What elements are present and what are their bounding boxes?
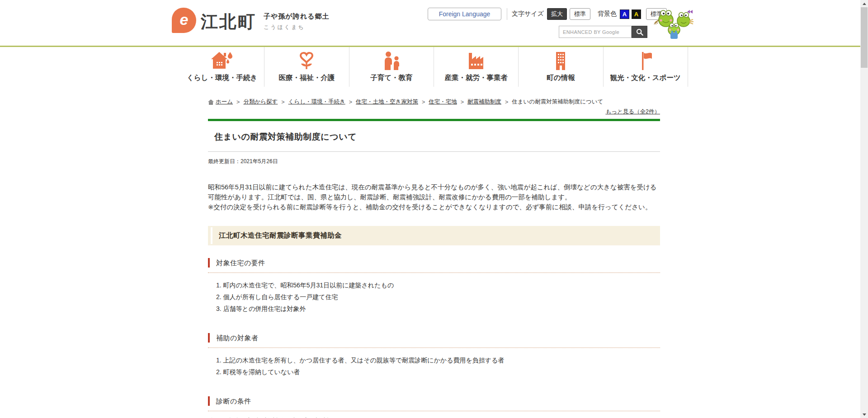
breadcrumb-home-link[interactable]: ホーム [208,98,233,106]
article: 住まいの耐震対策補助制度について 最終更新日：2021年5月26日 昭和56年5… [208,119,660,418]
section-heading-box: 江北町木造住宅耐震診断事業費補助金 [208,226,660,245]
factory-icon [465,51,487,70]
nav-item-kanko[interactable]: 観光・文化・スポーツ [603,47,688,87]
subsection-heading: 診断の条件 [208,396,660,406]
breadcrumb-separator: > [422,99,425,105]
home-icon [208,99,214,105]
nav-item-kosodate[interactable]: 子育て・教育 [349,47,434,87]
subsection-heading: 補助の対象者 [208,333,660,343]
font-size-enlarge-button[interactable]: 拡大 [547,8,567,20]
list-item: 2. 町税等を滞納していない者 [216,368,660,376]
page-title: 住まいの耐震対策補助制度について [208,121,660,151]
house-drops-icon [210,51,234,70]
search-button[interactable] [632,26,647,38]
breadcrumb-separator: > [461,99,464,105]
flag-icon [637,51,655,70]
building-icon [552,51,569,70]
breadcrumb-link-kurashi[interactable]: くらし・環境・手続き [288,98,345,106]
breadcrumb: ホーム > 分類から探す > くらし・環境・手続き > 住宅・土地・空き家対策 … [208,98,660,106]
bg-color-black-button[interactable]: A [632,9,641,19]
scrollbar[interactable] [860,0,868,418]
header-divider [507,8,507,20]
subsection-heading: 対象住宅の要件 [208,258,660,268]
site-name-kana: こうほくまち [264,23,329,31]
dotted-divider [208,272,660,273]
site-tagline: 子や孫が誇れる郷土 [264,12,329,21]
font-size-label: 文字サイズ [512,10,544,18]
breadcrumb-separator: > [505,99,508,105]
breadcrumb-link-taishin[interactable]: 耐震補助制度 [467,98,501,106]
scrollbar-thumb[interactable] [861,7,868,68]
dotted-divider [208,348,660,348]
breadcrumb-separator: > [349,99,352,105]
scrollbar-down-button[interactable] [860,411,868,418]
nav-item-sangyo[interactable]: 産業・就労・事業者 [434,47,518,87]
site-logo[interactable]: e 江北町 子や孫が誇れる郷土 こうほくまち [172,8,329,33]
breadcrumb-current: 住まいの耐震対策補助制度について [512,98,603,106]
breadcrumb-more-link[interactable]: もっと見る（全2件） [605,108,660,115]
heart-flower-icon [297,51,316,70]
dotted-divider [208,411,660,411]
title-divider [208,151,660,152]
intro-note: ※交付の決定を受けられる前に耐震診断等を行うと、補助金の交付を受けることができな… [208,202,660,212]
nav-item-iryo[interactable]: 医療・福祉・介護 [264,47,349,87]
intro-paragraph: 昭和56年5月31日以前に建てられた木造住宅は、現在の耐震基準から見ると不十分な… [208,182,660,202]
town-logo-mark-icon: e [172,8,196,33]
main-nav: くらし・環境・手続き 医療・福祉・介護 [0,47,868,87]
breadcrumb-link-jutaku-takuchi[interactable]: 住宅・宅地 [429,98,457,106]
nav-item-machi-joho[interactable]: 町の情報 [518,47,603,87]
scroll-down-icon [863,413,866,416]
nav-item-kurashi[interactable]: くらし・環境・手続き [180,47,264,87]
site-search-input[interactable] [559,26,632,38]
last-updated: 最終更新日：2021年5月26日 [208,158,660,165]
intro-text: 昭和56年5月31日以前に建てられた木造住宅は、現在の耐震基準から見ると不十分な… [208,182,660,212]
site-name: 江北町 [201,10,256,33]
breadcrumb-separator: > [281,99,284,105]
list-item: 1. 町内の木造住宅で、昭和56年5月31日以前に建築されたもの [216,282,660,289]
scrollbar-up-button[interactable] [860,0,868,7]
list-item: 1. 上記の木造住宅を所有し、かつ居住する者、又はその親族等で耐震診断にかかる費… [216,357,660,364]
bg-color-blue-button[interactable]: A [620,9,629,19]
list-item: 2. 個人が所有し自ら居住する一戸建て住宅 [216,293,660,301]
frog-mascots-illustration [654,2,695,43]
subsection-requirements: 対象住宅の要件 1. 町内の木造住宅で、昭和56年5月31日以前に建築されたもの… [208,258,660,312]
font-size-standard-button[interactable]: 標準 [570,8,590,20]
page: e 江北町 子や孫が誇れる郷土 こうほくまち Foreign Language … [0,0,868,418]
subsection-conditions: 診断の条件 佐賀県木造住宅耐震診断登録建築士に診断をしてもらうこと [208,396,660,418]
parent-child-icon [381,51,402,70]
subsection-eligible: 補助の対象者 1. 上記の木造住宅を所有し、かつ居住する者、又はその親族等で耐震… [208,333,660,376]
scroll-up-icon [863,3,866,5]
bg-color-label: 背景色 [598,10,617,18]
breadcrumb-separator: > [236,99,240,105]
list-item: 3. 店舗等との併用住宅は対象外 [216,305,660,312]
site-header: e 江北町 子や孫が誇れる郷土 こうほくまち Foreign Language … [0,0,868,47]
search-icon [636,28,644,36]
breadcrumb-link-category[interactable]: 分類から探す [243,98,278,106]
foreign-language-button[interactable]: Foreign Language [428,8,501,20]
breadcrumb-link-jutaku-tochi[interactable]: 住宅・土地・空き家対策 [356,98,418,106]
